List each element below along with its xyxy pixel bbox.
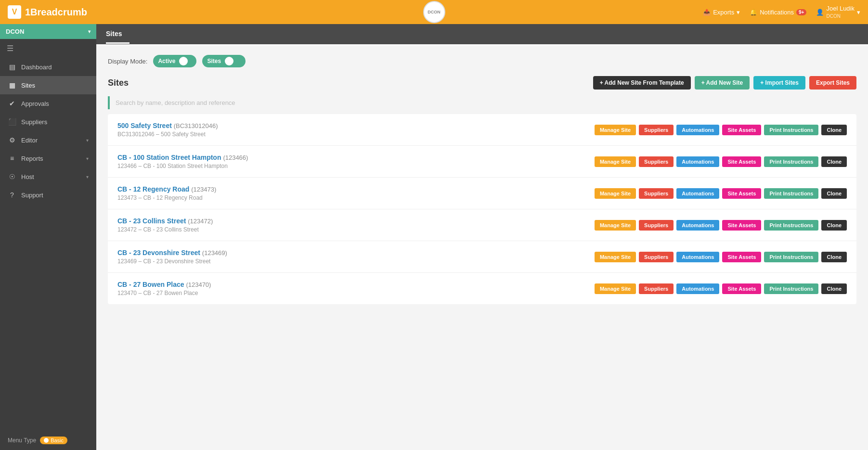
tenant-selector[interactable]: DCON ▾ [0, 24, 96, 39]
content-area: Display Mode: Active Sites Sites + Add N… [96, 45, 868, 314]
automations-button[interactable]: Automations [676, 188, 719, 199]
print-instructions-button[interactable]: Print Instructions [764, 125, 818, 135]
automations-button[interactable]: Automations [676, 220, 719, 231]
site-row: 500 Safety Street (BC313012046) BC313012… [108, 114, 856, 146]
suppliers-icon: ⬛ [8, 118, 16, 126]
sites-list: 500 Safety Street (BC313012046) BC313012… [108, 114, 856, 304]
sites-toggle[interactable]: Sites [202, 55, 246, 67]
active-toggle[interactable]: Active [153, 55, 196, 67]
manage-site-button[interactable]: Manage Site [595, 156, 636, 167]
sidebar-bottom: Menu Type Basic [0, 431, 96, 450]
notifications-nav-item[interactable]: 🔔 Notifications 9+ [750, 9, 806, 16]
editor-chevron: ▾ [86, 138, 89, 143]
automations-button[interactable]: Automations [676, 252, 719, 262]
site-actions: Manage Site Suppliers Automations Site A… [595, 283, 847, 294]
automations-button[interactable]: Automations [676, 125, 719, 135]
host-icon: ☉ [8, 173, 16, 180]
sidebar-item-label: Reports [21, 155, 43, 162]
site-assets-button[interactable]: Site Assets [722, 156, 761, 167]
site-assets-button[interactable]: Site Assets [722, 252, 761, 262]
clone-button[interactable]: Clone [821, 252, 847, 262]
search-input[interactable] [116, 96, 856, 109]
display-mode-label: Display Mode: [108, 58, 147, 65]
site-info: CB - 100 Station Street Hampton (123466)… [117, 154, 248, 169]
print-instructions-button[interactable]: Print Instructions [764, 188, 818, 199]
site-name: CB - 23 Devonshire Street (123469) [117, 249, 227, 257]
sidebar-item-approvals[interactable]: ✔ Approvals [0, 94, 96, 113]
menu-toggle[interactable]: ☰ [0, 39, 96, 58]
site-actions: Manage Site Suppliers Automations Site A… [595, 252, 847, 262]
manage-site-button[interactable]: Manage Site [595, 252, 636, 262]
support-icon: ? [8, 191, 16, 199]
manage-site-button[interactable]: Manage Site [595, 220, 636, 231]
site-name: 500 Safety Street (BC313012046) [117, 122, 218, 129]
clone-button[interactable]: Clone [821, 220, 847, 231]
print-instructions-button[interactable]: Print Instructions [764, 156, 818, 167]
suppliers-button[interactable]: Suppliers [639, 125, 674, 135]
automations-button[interactable]: Automations [676, 283, 719, 294]
search-bar [108, 96, 856, 109]
tab-sites[interactable]: Sites [106, 25, 130, 44]
manage-site-button[interactable]: Manage Site [595, 125, 636, 135]
site-assets-button[interactable]: Site Assets [722, 125, 761, 135]
manage-site-button[interactable]: Manage Site [595, 283, 636, 294]
sidebar-item-reports[interactable]: ≡ Reports ▾ [0, 149, 96, 167]
site-code: (123472) [188, 218, 213, 225]
site-subtext: 123469 – CB - 23 Devonshire Street [117, 258, 227, 265]
suppliers-button[interactable]: Suppliers [639, 252, 674, 262]
site-actions: Manage Site Suppliers Automations Site A… [595, 220, 847, 231]
toggle-dot [44, 438, 49, 443]
brand-logo[interactable]: V 1Breadcrumb [8, 5, 87, 19]
site-actions: Manage Site Suppliers Automations Site A… [595, 125, 847, 135]
app-body: DCON ▾ ☰ ▤ Dashboard ▦ Sites ✔ Approvals… [0, 0, 868, 450]
export-sites-button[interactable]: Export Sites [809, 76, 856, 90]
clone-button[interactable]: Clone [821, 188, 847, 199]
site-subtext: BC313012046 – 500 Safety Street [117, 131, 218, 138]
add-site-from-template-button[interactable]: + Add New Site From Template [593, 76, 691, 90]
suppliers-button[interactable]: Suppliers [639, 283, 674, 294]
sidebar-item-host[interactable]: ☉ Host ▾ [0, 167, 96, 186]
site-info: 500 Safety Street (BC313012046) BC313012… [117, 122, 218, 138]
manage-site-button[interactable]: Manage Site [595, 188, 636, 199]
sidebar-item-sites[interactable]: ▦ Sites [0, 76, 96, 94]
clone-button[interactable]: Clone [821, 283, 847, 294]
site-assets-button[interactable]: Site Assets [722, 220, 761, 231]
exports-nav-item[interactable]: 📤 Exports ▾ [703, 9, 740, 16]
top-nav-right: 📤 Exports ▾ 🔔 Notifications 9+ 👤 Joel Lu… [703, 5, 860, 19]
suppliers-button[interactable]: Suppliers [639, 156, 674, 167]
sites-toggle-knob [225, 57, 233, 65]
print-instructions-button[interactable]: Print Instructions [764, 252, 818, 262]
site-assets-button[interactable]: Site Assets [722, 188, 761, 199]
suppliers-button[interactable]: Suppliers [639, 188, 674, 199]
clone-button[interactable]: Clone [821, 156, 847, 167]
main-content: Sites Display Mode: Active Sites Sites [96, 24, 868, 450]
automations-button[interactable]: Automations [676, 156, 719, 167]
sites-icon: ▦ [8, 81, 16, 89]
top-nav: V 1Breadcrumb dcon 📤 Exports ▾ 🔔 Notific… [0, 0, 868, 24]
editor-icon: ⚙ [8, 136, 16, 144]
sites-toggle-label: Sites [207, 58, 221, 64]
sidebar-item-dashboard[interactable]: ▤ Dashboard [0, 58, 96, 76]
sidebar-item-support[interactable]: ? Support [0, 186, 96, 204]
sidebar-item-suppliers[interactable]: ⬛ Suppliers [0, 113, 96, 131]
clone-button[interactable]: Clone [821, 125, 847, 135]
exports-label: Exports [713, 9, 734, 16]
print-instructions-button[interactable]: Print Instructions [764, 220, 818, 231]
site-row: CB - 12 Regency Road (123473) 123473 – C… [108, 178, 856, 209]
sidebar-item-editor[interactable]: ⚙ Editor ▾ [0, 131, 96, 149]
menu-type-toggle[interactable]: Basic [40, 437, 67, 444]
print-instructions-button[interactable]: Print Instructions [764, 283, 818, 294]
site-assets-button[interactable]: Site Assets [722, 283, 761, 294]
user-name: Joel Ludik DCON [826, 5, 855, 19]
import-sites-button[interactable]: + Import Sites [753, 76, 805, 90]
site-row: CB - 27 Bowen Place (123470) 123470 – CB… [108, 273, 856, 304]
suppliers-button[interactable]: Suppliers [639, 220, 674, 231]
sidebar: DCON ▾ ☰ ▤ Dashboard ▦ Sites ✔ Approvals… [0, 24, 96, 450]
active-toggle-knob [179, 57, 188, 65]
add-new-site-button[interactable]: + Add New Site [695, 76, 750, 90]
user-nav-item[interactable]: 👤 Joel Ludik DCON ▾ [816, 5, 860, 19]
header-buttons: + Add New Site From Template + Add New S… [593, 76, 856, 90]
site-subtext: 123473 – CB - 12 Regency Road [117, 194, 216, 201]
site-name: CB - 12 Regency Road (123473) [117, 185, 216, 193]
reports-chevron: ▾ [86, 156, 89, 161]
